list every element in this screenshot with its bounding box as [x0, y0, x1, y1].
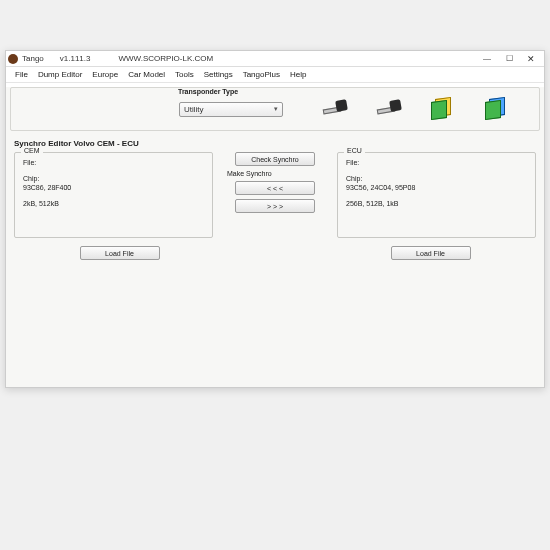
ecu-panel: ECU File: Chip: 93C56, 24C04, 95P08 256B…: [337, 152, 536, 238]
app-title: Tango: [22, 54, 44, 63]
cem-file-label: File:: [23, 159, 204, 167]
transponder-type-dropdown[interactable]: Utility ▾: [179, 102, 283, 117]
cem-chip-label: Chip:: [23, 175, 204, 183]
chevron-down-icon: ▾: [274, 105, 278, 113]
check-synchro-button[interactable]: Check Synchro: [235, 152, 315, 166]
cem-panel-title: CEM: [21, 147, 43, 154]
books-icon[interactable]: [483, 96, 509, 122]
ecu-load-file-button[interactable]: Load File: [391, 246, 471, 260]
key-icon[interactable]: [321, 96, 347, 122]
toolbar-icons: [321, 96, 509, 122]
client-area: Transponder Type Utility ▾ Synchro Edito…: [6, 87, 544, 387]
menu-car-model[interactable]: Car Model: [123, 69, 170, 80]
center-controls: Check Synchro Make Synchro < < < > > >: [225, 152, 325, 238]
cem-panel: CEM File: Chip: 93C86, 28F400 2kB, 512kB: [14, 152, 213, 238]
titlebar: Tango v1.111.3 WWW.SCORPIO-LK.COM — ☐ ✕: [6, 51, 544, 67]
dropdown-value: Utility: [184, 105, 274, 114]
key-icon[interactable]: [375, 96, 401, 122]
ecu-chip-value: 93C56, 24C04, 95P08: [346, 184, 527, 192]
menubar: File Dump Editor Europe Car Model Tools …: [6, 67, 544, 83]
app-url: WWW.SCORPIO-LK.COM: [119, 54, 214, 63]
synchro-left-button[interactable]: < < <: [235, 181, 315, 195]
ecu-size-value: 256B, 512B, 1kB: [346, 200, 527, 208]
app-window: Tango v1.111.3 WWW.SCORPIO-LK.COM — ☐ ✕ …: [5, 50, 545, 388]
ecu-chip-label: Chip:: [346, 175, 527, 183]
editor-title: Synchro Editor Volvo CEM - ECU: [14, 139, 536, 148]
ecu-file-label: File:: [346, 159, 527, 167]
menu-tangoplus[interactable]: TangoPlus: [238, 69, 285, 80]
toolbar: Transponder Type Utility ▾: [10, 87, 540, 131]
close-button[interactable]: ✕: [520, 52, 542, 66]
synchro-editor: Synchro Editor Volvo CEM - ECU CEM File:…: [6, 135, 544, 268]
cem-size-value: 2kB, 512kB: [23, 200, 204, 208]
cem-chip-value: 93C86, 28F400: [23, 184, 204, 192]
app-version: v1.111.3: [60, 54, 91, 63]
transponder-type-label: Transponder Type: [178, 88, 238, 95]
cem-load-file-button[interactable]: Load File: [80, 246, 160, 260]
ecu-panel-title: ECU: [344, 147, 365, 154]
app-icon: [8, 54, 18, 64]
menu-dump-editor[interactable]: Dump Editor: [33, 69, 87, 80]
menu-file[interactable]: File: [10, 69, 33, 80]
menu-europe[interactable]: Europe: [87, 69, 123, 80]
minimize-button[interactable]: —: [476, 52, 498, 66]
menu-tools[interactable]: Tools: [170, 69, 199, 80]
maximize-button[interactable]: ☐: [498, 52, 520, 66]
make-synchro-label: Make Synchro: [227, 170, 272, 177]
menu-settings[interactable]: Settings: [199, 69, 238, 80]
menu-help[interactable]: Help: [285, 69, 311, 80]
books-icon[interactable]: [429, 96, 455, 122]
synchro-right-button[interactable]: > > >: [235, 199, 315, 213]
